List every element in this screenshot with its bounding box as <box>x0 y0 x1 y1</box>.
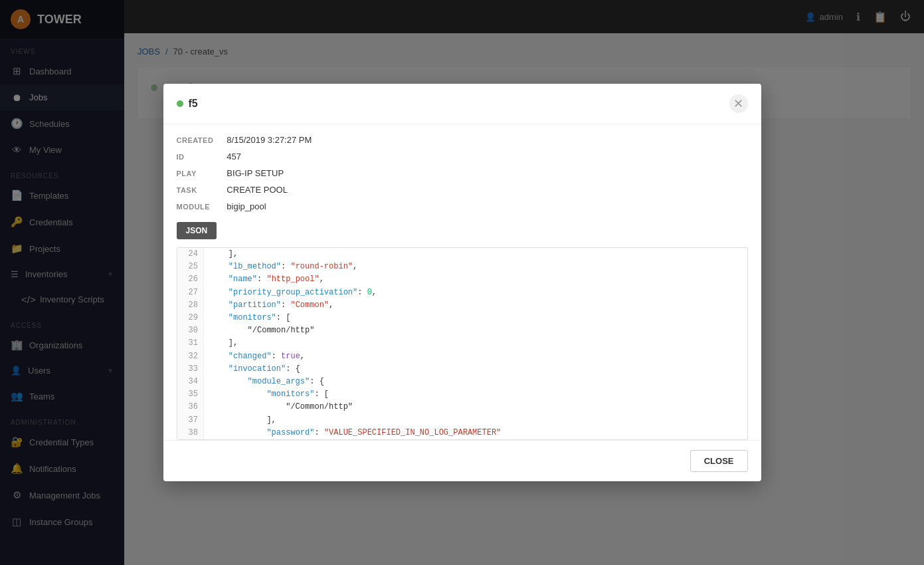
id-label: ID <box>177 152 214 162</box>
table-row: 28 "partition": "Common", <box>177 299 747 312</box>
table-row: 27 "priority_group_activation": 0, <box>177 286 747 299</box>
host-status-dot <box>177 100 183 107</box>
modal-close-button[interactable]: ✕ <box>729 94 748 113</box>
line-number: 35 <box>177 388 204 401</box>
modal-code-area[interactable]: 24 ],25 "lb_method": "round-robin",26 "n… <box>177 247 748 440</box>
line-code: ], <box>204 414 747 427</box>
line-code: "/Common/http" <box>204 401 747 413</box>
line-code: "monitors": [ <box>204 312 747 324</box>
line-number: 24 <box>177 248 204 261</box>
line-number: 26 <box>177 273 204 286</box>
table-row: 35 "monitors": [ <box>177 388 747 401</box>
line-code: "/Common/http" <box>204 324 747 337</box>
line-number: 27 <box>177 286 204 299</box>
table-row: 33 "invocation": { <box>177 363 747 376</box>
line-code: "changed": true, <box>204 350 747 363</box>
modal-header: f5 ✕ <box>163 84 761 124</box>
line-number: 29 <box>177 312 204 324</box>
code-table: 24 ],25 "lb_method": "round-robin",26 "n… <box>177 248 747 439</box>
table-row: 26 "name": "http_pool", <box>177 273 747 286</box>
line-code: ], <box>204 248 747 261</box>
task-value: CREATE POOL <box>227 185 747 195</box>
modal-meta: CREATED 8/15/2019 3:27:27 PM ID 457 PLAY… <box>163 124 761 222</box>
line-code: ], <box>204 337 747 350</box>
line-number: 28 <box>177 299 204 312</box>
host-name: f5 <box>189 98 198 110</box>
table-row: 31 ], <box>177 337 747 350</box>
module-label: MODULE <box>177 201 214 211</box>
module-value: bigip_pool <box>227 201 747 211</box>
modal-host-info: f5 <box>177 98 198 110</box>
line-number: 31 <box>177 337 204 350</box>
table-row: 38 "password": "VALUE_SPECIFIED_IN_NO_LO… <box>177 427 747 439</box>
line-code: "lb_method": "round-robin", <box>204 261 747 273</box>
created-value: 8/15/2019 3:27:27 PM <box>227 135 747 145</box>
table-row: 30 "/Common/http" <box>177 324 747 337</box>
line-code: "module_args": { <box>204 376 747 388</box>
line-code: "partition": "Common", <box>204 299 747 312</box>
line-code: "password": "VALUE_SPECIFIED_IN_NO_LOG_P… <box>204 427 747 439</box>
id-value: 457 <box>227 152 747 162</box>
table-row: 24 ], <box>177 248 747 261</box>
play-value: BIG-IP SETUP <box>227 168 747 178</box>
line-code: "invocation": { <box>204 363 747 376</box>
json-button[interactable]: JSON <box>177 222 217 239</box>
close-button[interactable]: CLOSE <box>690 450 748 472</box>
modal-footer: CLOSE <box>163 440 761 481</box>
line-number: 32 <box>177 350 204 363</box>
table-row: 37 ], <box>177 414 747 427</box>
line-number: 36 <box>177 401 204 413</box>
table-row: 29 "monitors": [ <box>177 312 747 324</box>
line-code: "name": "http_pool", <box>204 273 747 286</box>
table-row: 32 "changed": true, <box>177 350 747 363</box>
table-row: 36 "/Common/http" <box>177 401 747 413</box>
task-label: TASK <box>177 185 214 195</box>
play-label: PLAY <box>177 168 214 178</box>
modal-toolbar: JSON <box>163 222 761 247</box>
line-number: 37 <box>177 414 204 427</box>
table-row: 25 "lb_method": "round-robin", <box>177 261 747 273</box>
modal-overlay: f5 ✕ CREATED 8/15/2019 3:27:27 PM ID 457… <box>0 0 924 565</box>
created-label: CREATED <box>177 135 214 145</box>
line-code: "monitors": [ <box>204 388 747 401</box>
line-number: 30 <box>177 324 204 337</box>
host-detail-modal: f5 ✕ CREATED 8/15/2019 3:27:27 PM ID 457… <box>163 84 761 481</box>
line-number: 34 <box>177 376 204 388</box>
line-number: 33 <box>177 363 204 376</box>
line-number: 38 <box>177 427 204 439</box>
line-code: "priority_group_activation": 0, <box>204 286 747 299</box>
line-number: 25 <box>177 261 204 273</box>
table-row: 34 "module_args": { <box>177 376 747 388</box>
